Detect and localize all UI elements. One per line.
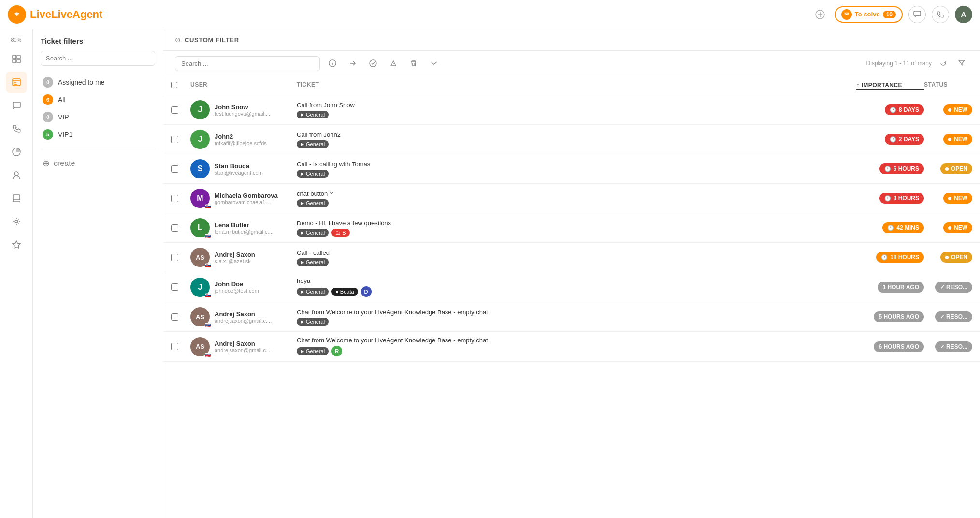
ticket-title: Call - is calling with Tomas [297,161,856,168]
ticket-title: Call from John2 [297,131,856,138]
status-badge: NEW [943,104,972,115]
sidebar-item-calls[interactable] [6,118,27,139]
ticket-tag: ▶General [297,288,329,296]
filter-search-input[interactable] [41,51,155,66]
info-button[interactable]: i [325,56,340,71]
filter-item-all[interactable]: 6 All [41,91,155,108]
svg-rect-5 [13,55,16,59]
time-badge: 1 HOUR AGO [878,282,924,293]
sidebar-item-settings[interactable] [6,211,27,232]
table-header: User Ticket ↑Importance Status [163,76,980,95]
status-cell: NEW [924,222,972,233]
user-cell: M 🇸🇰 Michaela Gombarova gombarovamichael… [190,189,297,208]
filter-item-assigned[interactable]: 0 Assigned to me [41,74,155,91]
icon-sidebar: 80% [0,29,33,518]
status-cell: OPEN [924,252,972,263]
table-row[interactable]: AS 🇸🇰 Andrej Saxon andrejsaxon@gmail.c..… [163,302,980,332]
row-checkbox[interactable] [171,165,178,173]
table-row[interactable]: AS 🇸🇰 Andrej Saxon s.a.x.i@azet.sk Call … [163,243,980,272]
avatar: L 🇸🇰 [190,218,210,237]
ticket-title: Call from John Snow [297,102,856,109]
ticket-tag: ▶General [297,111,329,118]
to-solve-count: 10 [883,11,896,18]
add-button[interactable] [811,6,829,23]
select-all-checkbox[interactable] [171,82,177,88]
resolve-button[interactable] [365,56,381,71]
filter-button[interactable] [955,57,968,70]
table-row[interactable]: J John2 mfkaflf@jfioejoe.sofds Call from… [163,125,980,154]
filter-panel-title: Ticket filters [41,37,155,45]
user-email: andrejsaxon@gmail.c.... [215,318,272,324]
row-checkbox[interactable] [171,283,178,291]
create-filter-item[interactable]: ⊕ create [41,155,155,172]
status-cell: NEW [924,193,972,204]
user-cell: S Stan Bouda stan@liveagent.com [190,159,297,178]
status-badge: NEW [943,222,972,233]
ticket-tag: ▶General [297,347,329,355]
delete-button[interactable] [406,56,421,71]
importance-cell: 🕐3 HOURS [856,193,924,204]
nav-chat-button[interactable] [908,6,926,23]
user-avatar[interactable]: A [955,6,972,23]
ticket-title: heya [297,277,856,284]
status-badge: ✓ RESO... [935,341,972,352]
avatar: J [190,100,210,119]
table-row[interactable]: S Stan Bouda stan@liveagent.com Call - i… [163,154,980,184]
user-name: Stan Bouda [215,163,263,170]
table-row[interactable]: AS 🇸🇰 Andrej Saxon andrejsaxon@gmail.c..… [163,332,980,362]
filter-label-assigned: Assigned to me [58,78,105,86]
filter-item-vip[interactable]: 0 VIP [41,108,155,126]
sidebar-item-reports[interactable] [6,141,27,163]
logo[interactable]: LiveLiveAgent [8,5,102,24]
row-checkbox[interactable] [171,313,178,321]
nav-phone-button[interactable] [932,6,949,23]
status-badge: ✓ RESO... [935,282,972,293]
ticket-cell: Chat from Welcome to your LiveAgent Know… [297,309,856,326]
filter-panel: Ticket filters 0 Assigned to me 6 All 0 … [33,29,163,518]
refresh-button[interactable] [937,57,950,70]
header-status: Status [924,81,972,90]
status-badge: ✓ RESO... [935,311,972,322]
sidebar-item-knowledge[interactable] [6,188,27,209]
sidebar-item-tickets[interactable] [6,72,27,93]
user-cell: AS 🇸🇰 Andrej Saxon andrejsaxon@gmail.c..… [190,337,297,356]
user-cell: J 🇸🇰 John Doe johndoe@test.com [190,278,297,297]
to-solve-label: To solve [855,11,880,18]
sidebar-item-dashboard[interactable] [6,48,27,70]
filter-label-all: All [58,96,66,104]
row-checkbox[interactable] [171,106,178,114]
header-checkbox[interactable] [171,81,190,90]
table-row[interactable]: J John Snow test.luongova@gmail.... Call… [163,95,980,125]
row-checkbox[interactable] [171,254,178,261]
sidebar-item-contacts[interactable] [6,164,27,186]
spam-button[interactable] [386,56,401,71]
custom-filter-icon: ⊙ [175,36,181,44]
user-cell: AS 🇸🇰 Andrej Saxon andrejsaxon@gmail.c..… [190,307,297,326]
sidebar-item-chat[interactable] [6,95,27,116]
logo-text: LiveLiveAgent [30,8,102,21]
row-checkbox[interactable] [171,195,178,202]
svg-text:i: i [332,61,333,66]
row-checkbox[interactable] [171,136,178,143]
more-button[interactable] [426,56,442,71]
time-badge: 5 HOURS AGO [874,311,924,322]
table-row[interactable]: L 🇸🇰 Lena Butler lena.m.butler@gmail.c..… [163,213,980,243]
avatar: J 🇸🇰 [190,278,210,297]
status-cell: NEW [924,134,972,145]
ticket-tag-beata: ● Beata [331,288,358,296]
ticket-tag: ▶General [297,199,329,207]
to-solve-button[interactable]: ✉ To solve 10 [835,6,903,23]
forward-button[interactable] [345,56,360,71]
filter-item-vip1[interactable]: 5 VIP1 [41,126,155,143]
user-cell: J John2 mfkaflf@jfioejoe.sofds [190,130,297,149]
avatar: AS 🇸🇰 [190,337,210,356]
sidebar-item-starred[interactable] [6,234,27,255]
table-row[interactable]: J 🇸🇰 John Doe johndoe@test.com heya ▶Gen… [163,272,980,302]
ticket-tag: ▶General [297,170,329,178]
ticket-tag: ▶General [297,140,329,148]
row-checkbox[interactable] [171,224,178,232]
table-row[interactable]: M 🇸🇰 Michaela Gombarova gombarovamichael… [163,184,980,213]
ticket-search-input[interactable] [175,56,320,71]
row-checkbox[interactable] [171,343,178,350]
main-content: ⊙ CUSTOM FILTER i [163,29,980,518]
